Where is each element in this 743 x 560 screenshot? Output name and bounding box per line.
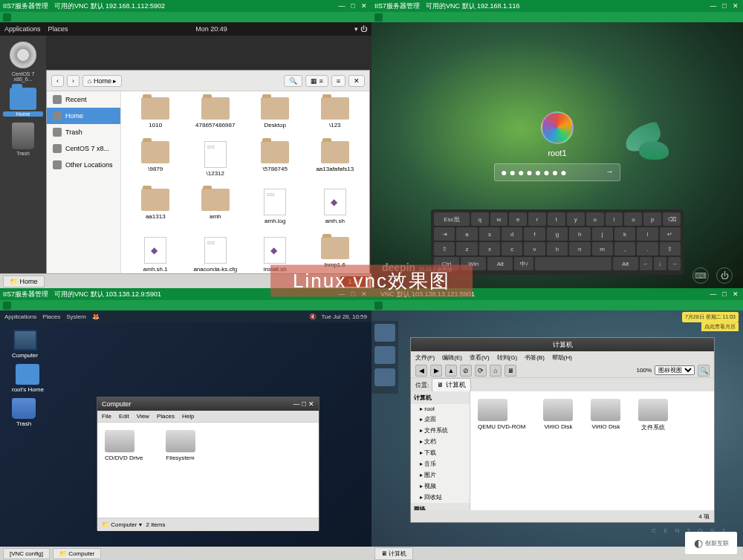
osk-key[interactable]: , <box>614 242 635 255</box>
back-button[interactable]: ‹ <box>51 75 64 87</box>
file-item[interactable]: amh <box>187 189 244 234</box>
view-mode-select[interactable]: 图标视图 <box>655 365 695 375</box>
taskbar-vnc-config[interactable]: [VNC config] <box>3 548 50 559</box>
location-dropdown[interactable]: 📁 Computer ▾ <box>102 521 142 528</box>
sidebar-item-home[interactable]: Home <box>47 108 120 124</box>
desktop[interactable]: Computer root's Home Trash Computer—□✕ F… <box>0 322 372 557</box>
bottom-taskbar[interactable]: [VNC config] 📁 Computer <box>0 547 372 560</box>
osk-key[interactable]: z <box>456 242 477 255</box>
minimize-button[interactable]: — <box>709 1 718 10</box>
search-button[interactable]: 🔍 <box>698 365 710 377</box>
minimize-button[interactable]: — <box>709 290 718 299</box>
menu-item[interactable]: 转到(G) <box>497 354 518 362</box>
tree-item[interactable]: ▸ 音乐 <box>411 458 470 469</box>
osk-key[interactable]: i <box>606 212 623 226</box>
file-item[interactable]: aa13afafafs13 <box>307 141 364 186</box>
tree-item[interactable]: ▸ root <box>411 404 470 414</box>
maximize-button[interactable]: □ <box>720 1 729 10</box>
menu-help[interactable]: Help <box>182 413 194 420</box>
osk-key[interactable]: b <box>547 242 568 255</box>
osk-key[interactable]: ← <box>640 257 652 270</box>
applications-menu[interactable]: Applications <box>4 313 36 320</box>
file-item[interactable]: \9879 <box>127 141 184 186</box>
deepin-lockscreen[interactable]: root1 ●●●●●●●● → Esc批qwertyuiop⌫⇥asdfghj… <box>372 22 743 288</box>
osk-key[interactable]: ↓ <box>654 257 666 270</box>
menu-item[interactable]: 书签(B) <box>525 354 545 362</box>
window-title[interactable]: 计算机 <box>411 338 714 351</box>
osk-key[interactable]: v <box>524 242 545 255</box>
osk-key[interactable]: l <box>637 227 658 241</box>
trash-icon[interactable] <box>12 123 34 149</box>
file-area[interactable]: CD/DVD DriveFilesystem <box>97 423 319 518</box>
desktop[interactable]: 7月28日 星期二 11:03 点此查看月历 计算机 文件(F)编辑(E)查看(… <box>372 310 743 560</box>
osk-key[interactable]: n <box>569 242 590 255</box>
drive-item[interactable]: CD/DVD Drive <box>105 430 143 510</box>
launcher-home-icon[interactable] <box>374 346 395 364</box>
osk-key[interactable]: r <box>528 212 546 226</box>
osk-key[interactable]: t <box>548 212 565 226</box>
osk-key[interactable]: → <box>668 257 681 270</box>
menu-view[interactable]: View <box>137 413 149 420</box>
menu-item[interactable]: 编辑(E) <box>442 354 462 362</box>
osk-key[interactable]: ⇧ <box>434 242 455 255</box>
drive-item[interactable]: VirtIO Disk <box>543 399 573 430</box>
sidebar-item-centosx[interactable]: CentOS 7 x8... <box>47 140 120 157</box>
sidebar-tree[interactable]: 计算机▸ root▸ 桌面▸ 文件系统▸ 文档▸ 下载▸ 音乐▸ 图片▸ 视频▸… <box>411 391 470 510</box>
menu-item[interactable]: 查看(V) <box>470 354 490 362</box>
back-button[interactable]: ◀ <box>415 365 427 377</box>
close-button[interactable]: ✕ <box>360 1 369 10</box>
file-item[interactable]: amh.sh <box>307 189 364 234</box>
password-input[interactable]: ●●●●●●●● → <box>494 163 620 181</box>
stop-button[interactable]: ⊘ <box>460 365 472 377</box>
osk-key[interactable]: w <box>490 212 508 226</box>
trash-desktop-icon[interactable]: Trash <box>12 398 36 427</box>
osk-key[interactable]: d <box>502 227 522 241</box>
tree-item[interactable]: ▸ 下载 <box>411 447 470 458</box>
places-menu[interactable]: Places <box>42 313 60 320</box>
menu-file[interactable]: File <box>102 413 111 420</box>
sidebar-item-trash[interactable]: Trash <box>47 124 120 140</box>
submit-arrow-icon[interactable]: → <box>605 167 617 179</box>
menu-item[interactable]: 帮助(H) <box>552 354 572 362</box>
osk-key[interactable]: 中/ <box>514 257 533 270</box>
volume-icon[interactable]: 🔇 <box>309 313 317 320</box>
taskbar-item-home[interactable]: 📁 Home <box>3 276 45 287</box>
osk-key[interactable]: m <box>592 242 613 255</box>
view-grid-button[interactable]: ▦ ≡ <box>305 75 328 87</box>
window-title[interactable]: Computer—□✕ <box>97 397 319 411</box>
close-icon[interactable]: ✕ <box>308 400 314 408</box>
tree-item[interactable]: ▸ 文件系统 <box>411 425 470 436</box>
osk-key[interactable]: x <box>479 242 500 255</box>
places-menu[interactable]: Places <box>48 25 68 33</box>
menu-bar[interactable]: FileEditViewPlacesHelp <box>97 411 319 423</box>
osk-key[interactable]: . <box>637 242 658 255</box>
osk-key[interactable] <box>535 257 611 270</box>
close-button[interactable]: ✕ <box>731 290 740 299</box>
path-home-chip[interactable]: ⌂ Home ▸ <box>82 75 122 87</box>
user-avatar[interactable] <box>541 111 574 144</box>
osk-key[interactable]: Alt <box>613 257 638 270</box>
clock[interactable]: Mon 20:49 <box>76 25 348 33</box>
close-button[interactable]: ✕ <box>731 1 740 10</box>
osk-key[interactable]: ⇧ <box>660 242 681 255</box>
hamburger-button[interactable]: ≡ <box>331 75 345 87</box>
computer-desktop-icon[interactable]: Computer <box>12 330 38 359</box>
osk-key[interactable]: ↵ <box>660 227 681 241</box>
drive-item[interactable]: Filesystem <box>166 430 195 510</box>
osk-key[interactable]: g <box>547 227 568 241</box>
osk-key[interactable]: y <box>567 212 585 226</box>
osk-key[interactable]: p <box>643 212 661 226</box>
gnome-top-bar[interactable]: Applications Places Mon 20:49 ▾ ⏻ <box>0 22 372 36</box>
home-folder-icon[interactable] <box>10 88 36 110</box>
osk-key[interactable]: o <box>624 212 642 226</box>
osk-key[interactable]: k <box>614 227 635 241</box>
file-item[interactable]: Desktop <box>247 97 304 138</box>
osk-key[interactable]: h <box>569 227 590 241</box>
osk-key[interactable]: f <box>524 227 545 241</box>
forward-button[interactable]: › <box>67 75 80 87</box>
minimize-icon[interactable]: — <box>293 400 300 408</box>
applications-menu[interactable]: Applications <box>4 25 41 33</box>
launcher-computer-icon[interactable] <box>374 324 395 342</box>
menu-bar[interactable]: 文件(F)编辑(E)查看(V)转到(G)书签(B)帮助(H) <box>411 351 714 363</box>
tree-item[interactable]: ▸ 文档 <box>411 436 470 447</box>
